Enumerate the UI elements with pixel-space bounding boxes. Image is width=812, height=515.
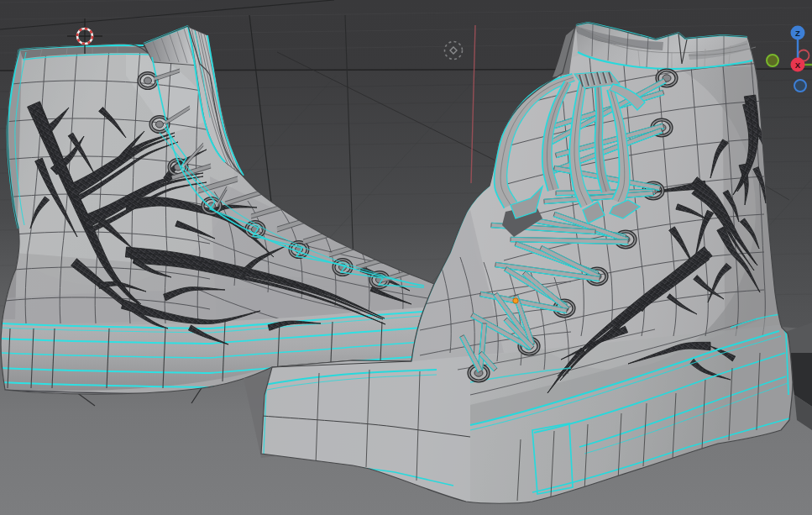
svg-text:X: X xyxy=(795,60,801,70)
svg-text:Z: Z xyxy=(795,29,800,38)
